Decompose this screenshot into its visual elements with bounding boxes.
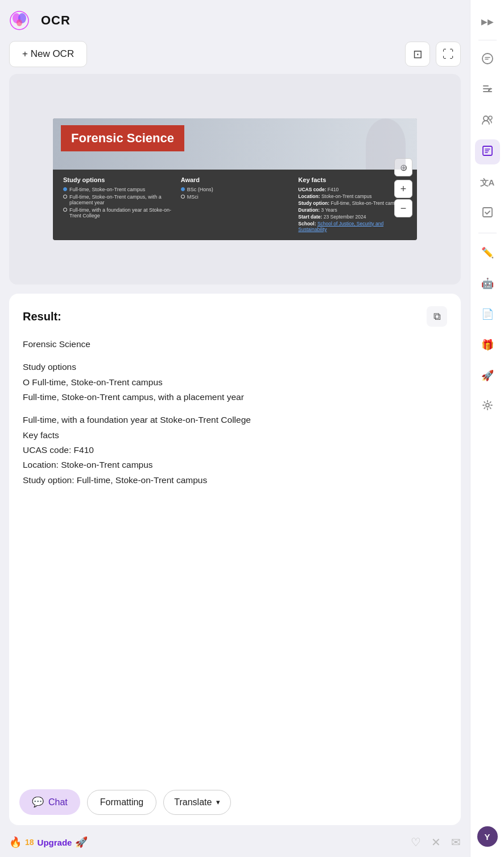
chat-button[interactable]: 💬 Chat (19, 789, 80, 815)
chat-icon: 💬 (32, 796, 44, 808)
copy-button[interactable]: ⧉ (427, 306, 447, 327)
study-item-1: Full-time, Stoke-on-Trent campus (63, 187, 172, 192)
sidebar-edit-button[interactable] (475, 78, 500, 103)
app-header: OCR (9, 0, 461, 41)
bot-icon: 🤖 (481, 277, 494, 290)
layout-icon-button[interactable]: ⊡ (405, 42, 430, 67)
chat-label: Chat (48, 797, 68, 807)
chevron-down-icon: ▾ (216, 798, 220, 806)
formatting-label: Formatting (100, 797, 143, 807)
result-line-3: Full-time, with a foundation year at Sto… (23, 413, 447, 488)
result-title: Result: (23, 310, 61, 323)
upgrade-link[interactable]: Upgrade (38, 838, 72, 847)
sidebar-pdf-button[interactable]: 📄 (475, 302, 500, 327)
formatting-button[interactable]: Formatting (87, 790, 156, 815)
pencil-icon: ✏️ (481, 246, 494, 259)
svg-point-3 (16, 19, 22, 26)
image-data-section: Study options Full-time, Stoke-on-Trent … (53, 170, 417, 240)
image-panel: Forensic Science Study options Full-time… (9, 74, 461, 285)
copy-icon: ⧉ (433, 311, 441, 323)
kf-study: Study option: Full-time, Stoke-on-Trent … (298, 200, 407, 206)
image-title: Forensic Science (71, 131, 174, 145)
result-header: Result: ⧉ (23, 306, 447, 327)
award-item-2: MSci (181, 194, 290, 200)
settings-icon (482, 399, 493, 414)
svg-rect-5 (483, 91, 492, 92)
kf-location: Location: Stoke-on-Trent campus (298, 193, 407, 199)
sidebar-chat-button[interactable] (475, 47, 500, 72)
sidebar-ocr-button[interactable] (475, 139, 500, 164)
result-panel: Result: ⧉ Forensic Science Study options… (9, 294, 461, 825)
kf-start: Start date: 23 September 2024 (298, 214, 407, 220)
sidebar-settings-button[interactable] (475, 394, 500, 419)
sidebar-users-button[interactable] (475, 109, 500, 134)
award-header: Award (181, 176, 290, 183)
svg-point-8 (484, 116, 488, 121)
study-item-3: Full-time, with a foundation year at Sto… (63, 207, 172, 219)
zoom-in-button[interactable]: + (394, 180, 412, 198)
flame-icon: 🔥 (9, 836, 22, 848)
ocr-image: Forensic Science Study options Full-time… (53, 118, 417, 240)
x-icon[interactable]: ✕ (431, 835, 441, 849)
result-line-2: Study options O Full-time, Stoke-on-Tren… (23, 360, 447, 405)
rocket-icon: 🚀 (75, 836, 88, 848)
logo-container: OCR (9, 10, 71, 31)
award-col: Award BSc (Hons) MSci (176, 176, 294, 233)
study-item-2: Full-time, Stoke-on-Trent campus, with a… (63, 194, 172, 205)
toolbar: + New OCR ⊡ ⛶ (9, 41, 461, 67)
upgrade-area: 🔥 18 Upgrade 🚀 (9, 836, 88, 848)
mail-icon[interactable]: ✉ (451, 835, 461, 849)
kf-ucas: UCAS code: F410 (298, 187, 407, 192)
study-options-col: Study options Full-time, Stoke-on-Trent … (59, 176, 176, 233)
sidebar-gift-button[interactable]: 🎁 (475, 332, 500, 357)
translate-sidebar-icon: 文A (480, 178, 495, 188)
gift-icon: 🎁 (481, 339, 494, 351)
user-avatar[interactable]: Y (477, 826, 498, 847)
sidebar-toggle-button[interactable]: ▶▶ (475, 9, 500, 34)
sidebar-divider-2 (478, 233, 497, 233)
new-ocr-button[interactable]: + New OCR (9, 41, 87, 67)
key-facts-col: Key facts UCAS code: F410 Location: Stok… (294, 176, 411, 233)
svg-point-4 (482, 53, 493, 64)
svg-point-9 (489, 116, 492, 120)
key-facts-header: Key facts (298, 176, 407, 183)
translate-button[interactable]: Translate ▾ (163, 790, 231, 815)
avatar-label: Y (484, 832, 490, 842)
sidebar-launch-button[interactable]: 🚀 (475, 363, 500, 388)
sidebar-bot-button[interactable]: 🤖 (475, 271, 500, 296)
pdf-icon: 📄 (481, 308, 494, 320)
result-content[interactable]: Forensic Science Study options O Full-ti… (23, 337, 447, 496)
logo-icon (9, 10, 30, 31)
heart-icon[interactable]: ♡ (411, 835, 421, 849)
edit-icon (481, 83, 494, 98)
users-icon (481, 114, 494, 129)
result-line-1: Forensic Science (23, 337, 447, 352)
sidebar-review-button[interactable] (475, 201, 500, 226)
bottom-actions: 💬 Chat Formatting Translate ▾ (19, 789, 451, 815)
review-icon (481, 206, 494, 221)
svg-rect-11 (483, 208, 492, 217)
launch-icon: 🚀 (481, 369, 494, 382)
fullscreen-icon: ⛶ (443, 48, 454, 61)
right-sidebar: ▶▶ 文A ✏️ 🤖 📄 🎁 (470, 0, 504, 857)
app-title: OCR (41, 13, 71, 28)
toggle-icon: ▶▶ (481, 17, 494, 26)
sidebar-translate-button[interactable]: 文A (475, 170, 500, 195)
award-item-1: BSc (Hons) (181, 187, 290, 192)
kf-school: School: School of Justice, Security and … (298, 221, 407, 232)
translate-label: Translate (174, 797, 212, 807)
fullscreen-icon-button[interactable]: ⛶ (436, 42, 461, 67)
footer-icons: ♡ ✕ ✉ (411, 835, 461, 849)
sidebar-divider-1 (478, 40, 497, 40)
sidebar-pencil-button[interactable]: ✏️ (475, 240, 500, 265)
layout-icon: ⊡ (413, 47, 423, 61)
ocr-icon (481, 145, 494, 160)
zoom-out-button[interactable]: − (394, 199, 412, 217)
svg-rect-7 (483, 85, 489, 86)
toolbar-icons: ⊡ ⛶ (405, 42, 461, 67)
kf-duration: Duration: 3 Years (298, 207, 407, 213)
ocr-image-container: Forensic Science Study options Full-time… (53, 118, 417, 240)
upgrade-count: 18 (25, 838, 34, 847)
svg-point-12 (486, 403, 489, 407)
footer: 🔥 18 Upgrade 🚀 ♡ ✕ ✉ (9, 827, 461, 857)
